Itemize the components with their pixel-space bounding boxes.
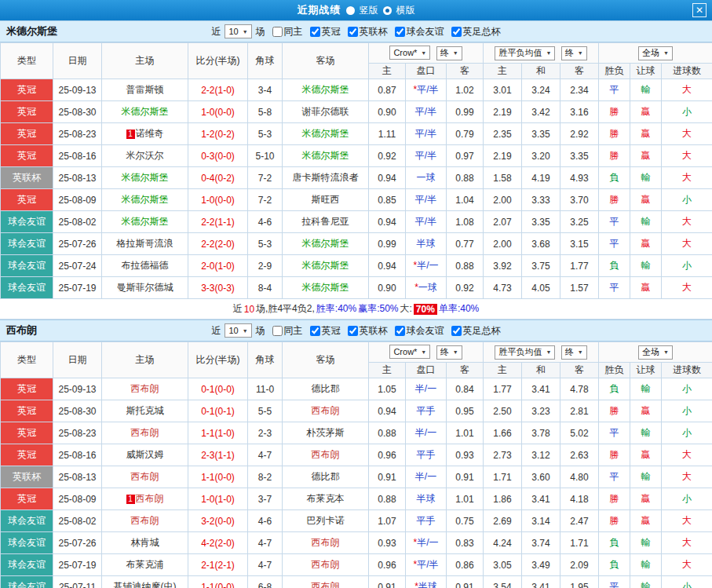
league-checkbox-championship[interactable]: 英冠 (310, 324, 341, 338)
chevron-down-icon: ▼ (453, 50, 458, 56)
match-type-badge: 球会友谊 (1, 277, 53, 299)
subcol-avg-away: 客 (560, 64, 599, 79)
goals-result-cell: 大 (662, 466, 712, 488)
away-odds-cell: 0.77 (447, 233, 484, 255)
full-match-select[interactable]: 全场▼ (638, 46, 673, 60)
match-count-select[interactable]: 10▼ (225, 323, 251, 338)
avg-draw-cell: 3.74 (522, 532, 560, 554)
vertical-layout-label[interactable]: 竖版 (360, 4, 378, 17)
odds-company-select[interactable]: Crow*▼ (389, 46, 430, 60)
score-cell: 4-2(2-0) (188, 532, 248, 554)
avg-home-cell: 2.07 (484, 211, 522, 233)
match-type-badge: 球会友谊 (1, 255, 53, 277)
league-checkbox-friendly[interactable]: 球会友谊 (395, 25, 444, 38)
date-cell: 25-09-13 (53, 79, 102, 101)
match-type-badge: 英冠 (1, 101, 53, 123)
subcol-handicap: 盘口 (406, 64, 447, 79)
avg-away-cell: 3.15 (560, 233, 599, 255)
avg-draw-cell: 4.05 (522, 277, 560, 299)
home-team-cell: 米德尔斯堡 (102, 101, 188, 123)
avg-draw-cell: 3.78 (522, 422, 560, 444)
match-count-select[interactable]: 10▼ (225, 24, 251, 38)
match-row: 球会友谊25-07-26林肯城4-2(2-0)4-7西布朗0.93*半/一0.8… (1, 532, 712, 554)
score-cell: 2-2(1-0) (188, 79, 248, 101)
home-odds-cell: 0.94 (369, 400, 406, 422)
match-row: 英冠25-09-13普雷斯顿2-2(1-0)3-4米德尔斯堡0.87*平/半1.… (1, 79, 712, 101)
avg-away-cell: 2.63 (560, 444, 599, 466)
league-checkbox-championship[interactable]: 英冠 (310, 25, 341, 38)
date-cell: 25-07-26 (53, 532, 102, 554)
full-match-select[interactable]: 全场▼ (638, 345, 673, 360)
date-cell: 25-08-13 (53, 466, 102, 488)
avg-away-cell: 2.47 (560, 510, 599, 532)
final-odds-select[interactable]: 终▼ (436, 345, 462, 360)
match-row: 球会友谊25-07-24布拉德福德2-0(1-0)2-9米德尔斯堡0.94*半/… (1, 255, 712, 277)
date-cell: 25-07-26 (53, 233, 102, 255)
wdl-result-cell: 勝 (599, 123, 630, 145)
goals-result-cell: 大 (662, 167, 712, 189)
final-avg-select[interactable]: 终▼ (561, 46, 587, 60)
horizontal-layout-radio[interactable] (383, 6, 392, 15)
chevron-down-icon: ▼ (243, 29, 248, 35)
match-row: 英冠25-08-16威斯汉姆2-3(1-1)4-7西布朗0.96平手0.932.… (1, 444, 712, 466)
col-corner: 角球 (248, 342, 283, 378)
wdl-result-cell: 平 (599, 79, 630, 101)
date-cell: 25-08-09 (53, 488, 102, 510)
wdl-result-cell: 勝 (599, 510, 630, 532)
handicap-cell: 平/半 (406, 211, 447, 233)
close-icon[interactable]: ✕ (692, 3, 707, 17)
avg-draw-cell: 3.68 (522, 233, 560, 255)
filter-bar: 近 10▼ 场 同主 英冠 英联杯 球会友谊 英足总杯 (211, 323, 500, 338)
corners-cell: 4-6 (248, 211, 283, 233)
league-checkbox-fa-cup[interactable]: 英足总杯 (451, 324, 501, 338)
date-cell: 25-08-09 (53, 189, 102, 211)
red-card-badge: 1 (126, 130, 135, 139)
league-checkbox-efl-cup[interactable]: 英联杯 (348, 324, 388, 338)
handicap-result-cell: 輸 (630, 576, 662, 588)
league-checkbox-friendly[interactable]: 球会友谊 (395, 324, 444, 338)
away-team-cell: 西布朗 (283, 532, 369, 554)
corners-cell: 3-4 (248, 79, 283, 101)
handicap-cell: *一球 (406, 277, 447, 299)
goals-result-cell: 小 (662, 576, 712, 588)
handicap-result-cell: 贏 (630, 189, 662, 211)
wdl-average-select[interactable]: 胜平负均值▼ (495, 46, 555, 60)
corners-cell: 5-8 (248, 101, 283, 123)
league-checkbox-efl-cup[interactable]: 英联杯 (348, 25, 388, 38)
avg-draw-cell: 3.12 (522, 444, 560, 466)
handicap-result-cell: 輸 (630, 167, 662, 189)
away-odds-cell: 0.99 (447, 101, 484, 123)
league-checkbox-fa-cup[interactable]: 英足总杯 (451, 25, 501, 38)
chevron-down-icon: ▼ (663, 349, 669, 355)
match-row: 球会友谊25-08-02西布朗3-2(0-0)4-6巴列卡诺1.07平手0.75… (1, 510, 712, 532)
wdl-result-cell: 勝 (599, 488, 630, 510)
wdl-average-select[interactable]: 胜平负均值▼ (495, 345, 555, 360)
final-avg-select[interactable]: 终▼ (561, 345, 587, 360)
match-row: 球会友谊25-07-26格拉斯哥流浪2-2(2-0)5-3米德尔斯堡0.99半球… (1, 233, 712, 255)
score-cell: 2-1(2-1) (188, 554, 248, 576)
vertical-layout-radio[interactable] (346, 6, 355, 15)
match-row: 英冠25-08-09米德尔斯堡1-0(0-0)7-2斯旺西0.85平/半1.04… (1, 189, 712, 211)
summary-text: 单率:40% (439, 302, 479, 316)
same-home-checkbox[interactable]: 同主 (272, 25, 303, 38)
date-cell: 25-08-16 (53, 145, 102, 167)
filter-bar: 近 10▼ 场 同主 英冠 英联杯 球会友谊 英足总杯 (211, 24, 500, 38)
final-odds-select[interactable]: 终▼ (436, 46, 462, 60)
away-odds-cell: 0.91 (447, 576, 484, 588)
home-odds-cell: 0.94 (369, 211, 406, 233)
horizontal-layout-label[interactable]: 横版 (396, 4, 415, 17)
avg-away-cell: 3.16 (560, 101, 599, 123)
handicap-cell: *半球 (406, 576, 447, 588)
team-header-2: 西布朗 近 10▼ 场 同主 英冠 英联杯 球会友谊 英足总杯 (0, 320, 712, 341)
avg-home-cell: 1.71 (484, 466, 522, 488)
match-type-badge: 英冠 (1, 189, 53, 211)
subcol-away-odds: 客 (447, 363, 484, 378)
subcol-avg-draw: 和 (522, 363, 560, 378)
odds-company-select[interactable]: Crow*▼ (389, 345, 430, 359)
same-home-checkbox[interactable]: 同主 (272, 324, 303, 338)
avg-away-cell: 1.77 (560, 255, 599, 277)
away-team-cell: 米德尔斯堡 (283, 123, 369, 145)
wdl-result-cell: 平 (599, 466, 630, 488)
score-cell: 2-2(2-0) (188, 233, 248, 255)
match-type-badge: 球会友谊 (1, 510, 53, 532)
